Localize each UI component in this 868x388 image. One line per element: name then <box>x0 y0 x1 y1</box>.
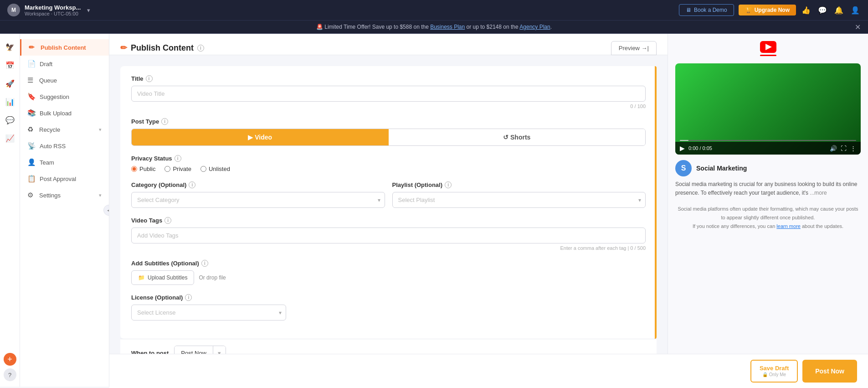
category-select[interactable]: Select Category <box>131 192 385 208</box>
preview-button-label: Preview →| <box>619 45 649 52</box>
save-draft-label: Save Draft <box>760 365 789 372</box>
title-input[interactable] <box>131 86 646 102</box>
privacy-public-radio[interactable] <box>131 166 137 172</box>
workspace-chevron-icon[interactable]: ▾ <box>87 7 90 14</box>
tags-info-icon[interactable]: i <box>164 217 171 224</box>
privacy-private-radio[interactable] <box>164 166 170 172</box>
video-progress-fill <box>680 140 688 141</box>
post-now-button[interactable]: Post Now <box>802 360 857 383</box>
sidebar-item-settings[interactable]: ⚙ Settings ▾ <box>20 187 109 203</box>
bulk-upload-icon: 📚 <box>27 109 36 117</box>
sidebar-item-rss-label: Auto RSS <box>40 143 66 150</box>
tags-hint: Enter a comma after each tag | 0 / 500 <box>131 245 646 251</box>
sidebar-item-bulk[interactable]: 📚 Bulk Upload <box>20 105 109 121</box>
preview-yt-logo <box>668 34 868 63</box>
thumbs-icon[interactable]: 👍 <box>801 5 812 16</box>
sidebar-collapse-button[interactable]: ◀ <box>103 205 109 216</box>
playlist-select[interactable]: Select Playlist <box>392 192 646 208</box>
playlist-label-text: Playlist (Optional) <box>392 181 443 188</box>
sidebar-item-recycle[interactable]: ♻ Recycle ▾ <box>20 121 109 138</box>
license-select[interactable]: Select License <box>131 305 286 321</box>
subtitles-label-text: Add Subtitles (Optional) <box>131 260 199 267</box>
upgrade-button[interactable]: 🏆 Upgrade Now <box>739 5 796 16</box>
sidebar-item-queue[interactable]: ☰ Queue <box>20 72 109 88</box>
privacy-unlisted[interactable]: Unlisted <box>200 166 230 172</box>
fullscreen-icon[interactable]: ⛶ <box>841 145 847 152</box>
subtitles-label: Add Subtitles (Optional) i <box>131 260 646 267</box>
rail-publish-icon[interactable]: 🚀 <box>2 76 18 91</box>
rail-calendar-icon[interactable]: 📅 <box>2 57 18 73</box>
subtitles-info-icon[interactable]: i <box>201 260 208 267</box>
demo-button[interactable]: 🖥 Book a Demo <box>679 4 734 16</box>
add-button[interactable]: + <box>4 353 16 366</box>
video-preview: ▶ 0:00 / 0:05 🔊 ⛶ ⋮ <box>675 63 861 155</box>
user-avatar[interactable]: 👤 <box>850 5 861 16</box>
upload-icon: 📁 <box>138 274 145 281</box>
category-label-text: Category (Optional) <box>131 181 186 188</box>
post-type-group: Post Type i ▶ Video ↺ Shorts <box>131 118 646 146</box>
rail-logo-icon[interactable]: 🦅 <box>2 39 18 55</box>
playlist-label: Playlist (Optional) i <box>392 181 646 188</box>
play-icon[interactable]: ▶ <box>680 145 685 152</box>
learn-more-link[interactable]: learn more <box>776 223 801 229</box>
publish-panel: ✏ Publish Content i Preview →| Title <box>109 34 668 387</box>
video-type-button[interactable]: ▶ Video <box>132 129 389 145</box>
rail-chart-icon[interactable]: 📊 <box>2 94 18 109</box>
sidebar-item-approval[interactable]: 📋 Post Approval <box>20 171 109 187</box>
workspace-sub: Workspace · UTC-05:00 <box>25 11 81 16</box>
volume-icon[interactable]: 🔊 <box>830 145 837 152</box>
bottom-action-bar: Save Draft 🔒 Only Me Post Now <box>109 354 868 388</box>
license-info-icon[interactable]: i <box>185 294 192 301</box>
rail-message-icon[interactable]: 💬 <box>2 112 18 128</box>
upload-subtitles-button[interactable]: 📁 Upload Subtitles <box>131 270 194 285</box>
preview-author: S Social Marketing <box>675 160 861 176</box>
help-button[interactable]: ? <box>4 368 16 381</box>
sidebar-item-team[interactable]: 👤 Team <box>20 154 109 171</box>
publish-info-icon[interactable]: i <box>197 45 204 52</box>
sidebar-item-bulk-label: Bulk Upload <box>40 110 72 117</box>
privacy-label: Privacy Status i <box>131 155 646 162</box>
category-playlist-group: Category (Optional) i Select Category ▾ <box>131 181 646 208</box>
close-icon[interactable]: ✕ <box>855 23 861 31</box>
sidebar: ◀ ✏ Publish Content 📄 Draft ☰ Queue 🔖 Su… <box>20 34 109 387</box>
bell-icon[interactable]: 🔔 <box>833 5 844 16</box>
category-info-icon[interactable]: i <box>189 181 195 188</box>
preview-more-link[interactable]: ...more <box>810 190 827 196</box>
notice-text-4: about the updates. <box>801 223 843 229</box>
publish-body: Title i 0 / 100 Post Type i <box>109 55 668 378</box>
more-icon[interactable]: ⋮ <box>850 145 856 152</box>
main-content: ✏ Publish Content i Preview →| Title <box>109 34 868 387</box>
preview-button[interactable]: Preview →| <box>611 41 657 55</box>
agency-plan-link[interactable]: Agency Plan <box>519 24 550 30</box>
rail-analytics-icon[interactable]: 📈 <box>2 130 18 146</box>
chat-icon[interactable]: 💬 <box>817 5 828 16</box>
author-avatar: S <box>675 160 692 176</box>
suggestion-icon: 🔖 <box>27 93 36 101</box>
playlist-info-icon[interactable]: i <box>445 181 452 188</box>
category-label: Category (Optional) i <box>131 181 385 188</box>
title-counter: 0 / 100 <box>131 103 646 109</box>
save-draft-button[interactable]: Save Draft 🔒 Only Me <box>750 360 798 383</box>
workspace-info: Marketing Worksp... Workspace · UTC-05:0… <box>25 4 81 16</box>
preview-notice: Social media platforms often update thei… <box>675 205 861 230</box>
privacy-public[interactable]: Public <box>131 166 155 172</box>
sidebar-item-publish[interactable]: ✏ Publish Content <box>20 39 109 56</box>
sidebar-item-draft[interactable]: 📄 Draft <box>20 56 109 72</box>
sidebar-item-rss[interactable]: 📡 Auto RSS <box>20 138 109 154</box>
app-layout: 🦅 📅 🚀 📊 💬 📈 + ? ◀ ✏ Publish Content 📄 Dr… <box>0 34 868 387</box>
video-progress-bar <box>680 140 856 141</box>
business-plan-link[interactable]: Business Plan <box>430 24 465 30</box>
tags-input[interactable] <box>131 228 646 243</box>
category-select-wrap: Select Category ▾ <box>131 192 385 208</box>
privacy-info-icon[interactable]: i <box>175 155 181 162</box>
preview-notice-line1: Social media platforms often update thei… <box>675 205 861 213</box>
sidebar-item-suggestion[interactable]: 🔖 Suggestion <box>20 88 109 105</box>
post-type-info-icon[interactable]: i <box>161 118 168 125</box>
title-label: Title i <box>131 75 646 82</box>
privacy-unlisted-radio[interactable] <box>200 166 206 172</box>
two-col-layout: Category (Optional) i Select Category ▾ <box>131 181 646 208</box>
preview-card: S Social Marketing Social media marketin… <box>675 160 861 197</box>
title-info-icon[interactable]: i <box>146 75 153 82</box>
shorts-type-button[interactable]: ↺ Shorts <box>389 129 646 145</box>
privacy-private[interactable]: Private <box>164 166 191 172</box>
